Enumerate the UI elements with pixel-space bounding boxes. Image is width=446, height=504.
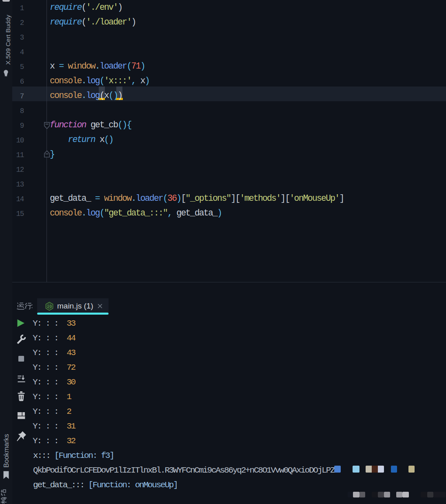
svg-text:JS: JS [47, 304, 51, 309]
